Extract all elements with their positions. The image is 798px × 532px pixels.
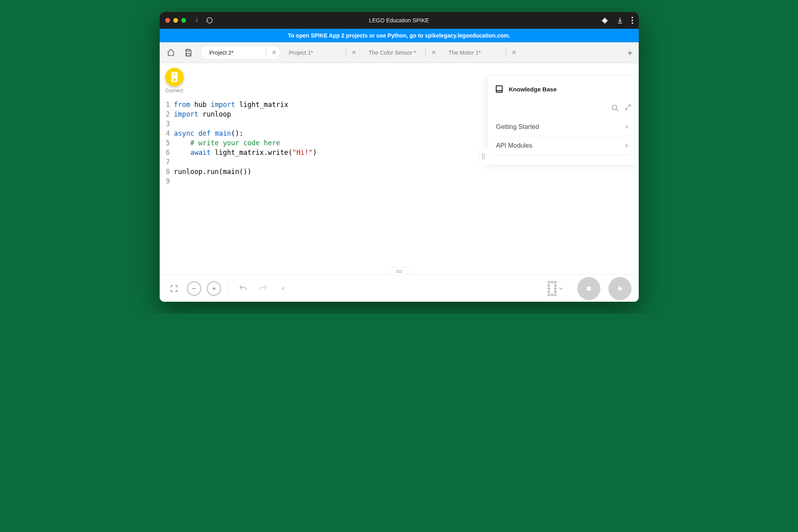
kb-item-api-modules[interactable]: API Modules: [495, 136, 631, 155]
console-drag-handle[interactable]: [389, 267, 410, 275]
svg-point-6: [612, 105, 617, 110]
close-window-button[interactable]: [165, 18, 170, 23]
overflow-menu-icon[interactable]: [632, 17, 633, 24]
tab-label: The Motor 1*: [449, 49, 481, 56]
new-tab-button[interactable]: ＋: [621, 47, 639, 59]
line-number: 3: [160, 119, 174, 129]
tab-close-icon[interactable]: ✕: [511, 49, 517, 56]
redo-button[interactable]: [256, 281, 270, 296]
tab-label: The Color Sensor *: [369, 49, 416, 56]
svg-point-0: [632, 17, 633, 18]
code-content: [174, 157, 178, 167]
expand-icon[interactable]: [625, 104, 631, 112]
zoom-in-button[interactable]: [207, 281, 221, 296]
slot-grid-icon: [548, 281, 556, 296]
line-number: 9: [160, 176, 174, 186]
fullscreen-button[interactable]: [167, 281, 181, 296]
connect-label: Connect: [165, 88, 184, 93]
line-number: 7: [160, 157, 174, 167]
connect-area: Connect: [165, 68, 184, 93]
run-button[interactable]: [608, 277, 632, 300]
code-content: await light_matrix.write("Hi!"): [174, 148, 317, 157]
svg-point-1: [632, 20, 633, 21]
line-number: 6: [160, 148, 174, 157]
tabs: Project 2* ⋮ ✕ Project 1* ⋮ ✕ The Color …: [197, 45, 621, 60]
line-number: 5: [160, 138, 174, 148]
titlebar: LEGO Education SPIKE: [160, 12, 639, 29]
knowledge-base-title: Knowledge Base: [509, 86, 557, 93]
maximize-window-button[interactable]: [181, 18, 186, 23]
tab-project-2[interactable]: Project 2* ⋮ ✕: [200, 45, 280, 60]
tab-label: Project 2*: [210, 49, 234, 56]
chevron-right-icon: [624, 124, 630, 130]
line-number: 2: [160, 109, 174, 119]
zoom-out-button[interactable]: [187, 281, 201, 296]
line-number: 4: [160, 129, 174, 138]
code-line[interactable]: 9: [160, 176, 639, 186]
editor-area: Connect 1from hub import light_matrix2im…: [160, 63, 639, 275]
slot-selector[interactable]: [548, 281, 564, 296]
back-button[interactable]: [193, 17, 200, 24]
separator: [228, 283, 229, 294]
code-content: import runloop: [174, 109, 231, 119]
tab-bar: Project 2* ⋮ ✕ Project 1* ⋮ ✕ The Color …: [160, 42, 639, 63]
kb-item-label: Getting Started: [496, 123, 539, 131]
home-button[interactable]: [162, 44, 180, 61]
code-content: # write your code here: [174, 138, 280, 148]
tab-motor-1[interactable]: The Motor 1* ⋮ ✕: [440, 45, 520, 60]
kb-item-label: API Modules: [496, 142, 533, 149]
line-number: 1: [160, 100, 174, 109]
tab-label: Project 1*: [289, 49, 313, 56]
chevron-down-icon: [558, 286, 564, 291]
code-content: async def main():: [174, 129, 244, 138]
app-window: LEGO Education SPIKE To open SPIKE App 2…: [160, 12, 639, 302]
code-content: runloop.run(main()): [174, 167, 251, 176]
tab-color-sensor[interactable]: The Color Sensor * ⋮ ✕: [360, 45, 440, 60]
reload-button[interactable]: [206, 17, 213, 24]
book-icon: [495, 84, 504, 94]
tab-close-icon[interactable]: ✕: [351, 49, 356, 56]
code-content: from hub import light_matrix: [174, 100, 289, 109]
svg-rect-7: [587, 287, 591, 291]
footer-toolbar: [160, 275, 639, 302]
knowledge-base-panel: || Knowledge Base Getting Started: [487, 75, 639, 165]
extensions-icon[interactable]: [601, 17, 608, 24]
code-content: [174, 119, 178, 129]
window-title: LEGO Education SPIKE: [160, 17, 639, 24]
download-icon[interactable]: [616, 17, 624, 24]
code-content: [174, 176, 178, 186]
tab-close-icon[interactable]: ✕: [271, 49, 277, 56]
search-icon[interactable]: [611, 104, 619, 112]
undo-button[interactable]: [236, 281, 250, 296]
window-controls: [165, 18, 186, 23]
svg-point-2: [632, 22, 633, 24]
svg-point-4: [173, 73, 175, 75]
stop-button[interactable]: [577, 277, 600, 300]
minimize-window-button[interactable]: [173, 18, 178, 23]
step-back-button[interactable]: [276, 281, 290, 296]
legacy-banner: To open SPIKE App 2 projects or use Pyth…: [160, 29, 639, 42]
svg-point-5: [173, 79, 175, 81]
save-button[interactable]: [180, 44, 197, 61]
line-number: 8: [160, 167, 174, 176]
connect-hub-button[interactable]: [165, 68, 184, 86]
kb-item-getting-started[interactable]: Getting Started: [495, 118, 631, 136]
panel-collapse-handle[interactable]: ||: [479, 147, 487, 166]
chevron-right-icon: [624, 143, 630, 148]
tab-close-icon[interactable]: ✕: [431, 49, 436, 56]
code-line[interactable]: 8runloop.run(main()): [160, 167, 639, 176]
tab-project-1[interactable]: Project 1* ⋮ ✕: [280, 45, 360, 60]
